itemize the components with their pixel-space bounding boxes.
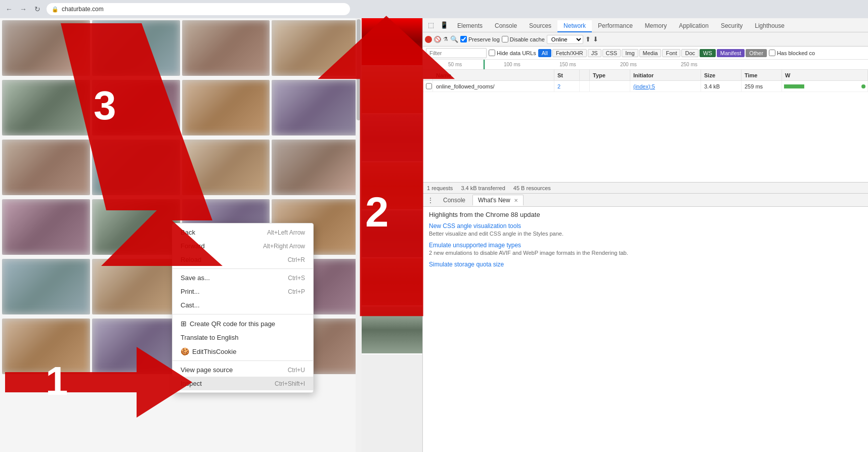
- bottom-panel-menu[interactable]: ⋮: [425, 196, 436, 204]
- grid-item[interactable]: [2, 140, 90, 195]
- context-menu-back[interactable]: Back Alt+Left Arrow: [172, 225, 313, 239]
- context-menu-cookie[interactable]: 🍪 EditThisCookie: [172, 344, 313, 358]
- filter-tag-fetchxhr[interactable]: Fetch/XHR: [552, 49, 587, 57]
- context-menu-inspect[interactable]: Inspect Ctrl+Shift+I: [172, 377, 313, 390]
- filter-tag-doc[interactable]: Doc: [681, 49, 699, 57]
- grid-item[interactable]: [2, 319, 90, 374]
- tab-console[interactable]: Console: [489, 20, 523, 32]
- has-blocked-checkbox[interactable]: [769, 50, 775, 56]
- grid-item[interactable]: [182, 20, 270, 76]
- filter-tag-img[interactable]: Img: [622, 49, 638, 57]
- filter-tag-js[interactable]: JS: [588, 49, 601, 57]
- th-initiator[interactable]: Initiator: [630, 70, 701, 80]
- preserve-log-checkbox[interactable]: [460, 36, 467, 42]
- whats-new-close[interactable]: ✕: [514, 198, 518, 203]
- side-thumb[interactable]: [362, 66, 422, 114]
- forward-button[interactable]: →: [18, 4, 28, 14]
- grid-item[interactable]: [182, 80, 270, 135]
- grid-item[interactable]: [272, 20, 360, 76]
- tab-memory[interactable]: Memory: [639, 20, 673, 32]
- hide-data-urls-checkbox[interactable]: [489, 50, 495, 56]
- filter-tag-manifest[interactable]: Manifest: [717, 49, 745, 57]
- grid-item[interactable]: [2, 20, 90, 76]
- filter-tag-css[interactable]: CSS: [602, 49, 621, 57]
- cookie-icon: 🍪: [181, 347, 189, 355]
- side-thumb[interactable]: [362, 162, 422, 210]
- filter-tag-media[interactable]: Media: [639, 49, 662, 57]
- th-status[interactable]: St: [554, 70, 580, 80]
- clear-button[interactable]: 🚫: [434, 36, 441, 43]
- waterfall-dot: [861, 84, 865, 88]
- grid-item[interactable]: [92, 199, 180, 255]
- hide-data-urls-label: Hide data URLs: [489, 50, 536, 56]
- context-menu-translate[interactable]: Translate to English: [172, 331, 313, 344]
- tab-application[interactable]: Application: [673, 20, 715, 32]
- context-menu-qr-label: Create QR code for this page: [190, 320, 275, 328]
- filter-icon[interactable]: ⚗: [443, 36, 448, 42]
- export-button[interactable]: ⬇: [593, 35, 598, 43]
- grid-item[interactable]: [272, 80, 360, 135]
- side-thumb[interactable]: [362, 114, 422, 162]
- grid-item[interactable]: [92, 259, 180, 314]
- tab-lighthouse[interactable]: Lighthouse: [749, 20, 791, 32]
- record-button[interactable]: [425, 36, 432, 43]
- context-menu-reload[interactable]: Reload Ctrl+R: [172, 253, 313, 266]
- context-menu-print[interactable]: Print... Ctrl+P: [172, 285, 313, 298]
- whats-new-link-1[interactable]: New CSS angle visualization tools: [429, 222, 862, 230]
- th-name[interactable]: Name: [433, 70, 554, 80]
- tab-security[interactable]: Security: [715, 20, 749, 32]
- network-toolbar: 🚫 ⚗ 🔍 Preserve log Disable cache Online …: [423, 32, 868, 47]
- tab-network[interactable]: Network: [557, 20, 592, 32]
- context-menu-print-label: Print...: [181, 288, 200, 295]
- row-checkbox[interactable]: [426, 83, 432, 89]
- th-size[interactable]: Size: [701, 70, 742, 80]
- network-row[interactable]: online_followed_rooms/ 2 (index):5 3.4 k…: [423, 81, 868, 92]
- th-time[interactable]: Time: [742, 70, 782, 80]
- context-menu-cast[interactable]: Cast...: [172, 298, 313, 312]
- has-blocked-label: Has blocked co: [769, 50, 815, 56]
- tab-console-bottom[interactable]: Console: [438, 195, 470, 205]
- tab-performance[interactable]: Performance: [592, 20, 639, 32]
- th-type[interactable]: Type: [590, 70, 630, 80]
- grid-item[interactable]: [182, 140, 270, 195]
- scrollbar[interactable]: [356, 18, 362, 452]
- grid-item[interactable]: [92, 80, 180, 135]
- whats-new-link-2[interactable]: Emulate unsupported image types: [429, 242, 862, 249]
- tab-elements[interactable]: Elements: [451, 20, 489, 32]
- context-menu-source[interactable]: View page source Ctrl+U: [172, 363, 313, 377]
- whats-new-content: Highlights from the Chrome 88 update New…: [423, 207, 868, 294]
- filter-tag-ws[interactable]: WS: [700, 49, 716, 57]
- grid-item[interactable]: [272, 140, 360, 195]
- tab-whats-new[interactable]: What's New ✕: [472, 195, 524, 206]
- import-button[interactable]: ⬆: [585, 35, 591, 43]
- element-picker-button[interactable]: ⬚: [425, 19, 437, 31]
- filter-tag-all[interactable]: All: [538, 49, 551, 57]
- device-toolbar-button[interactable]: 📱: [438, 19, 450, 31]
- grid-item[interactable]: [2, 80, 90, 135]
- context-menu-forward[interactable]: Forward Alt+Right Arrow: [172, 239, 313, 253]
- filter-input[interactable]: [426, 48, 487, 58]
- row-initiator[interactable]: (index):5: [630, 81, 701, 92]
- side-thumb[interactable]: [362, 210, 422, 258]
- th-waterfall[interactable]: W: [782, 70, 868, 80]
- disable-cache-checkbox[interactable]: [502, 36, 508, 42]
- address-bar[interactable]: 🔒 chaturbate.com: [47, 3, 350, 15]
- whats-new-link-3[interactable]: Simulate storage quota size: [429, 261, 862, 268]
- side-thumb[interactable]: [362, 18, 422, 66]
- search-button[interactable]: 🔍: [450, 35, 458, 43]
- filter-tag-font[interactable]: Font: [662, 49, 680, 57]
- grid-item[interactable]: [92, 319, 180, 374]
- filter-tag-other[interactable]: Other: [746, 49, 767, 57]
- context-menu-qr[interactable]: ⊞ Create QR code for this page: [172, 317, 313, 331]
- refresh-button[interactable]: ↻: [32, 4, 42, 14]
- side-thumb[interactable]: [362, 258, 422, 306]
- tab-sources[interactable]: Sources: [523, 20, 557, 32]
- grid-item[interactable]: [2, 199, 90, 255]
- grid-item[interactable]: [2, 259, 90, 314]
- side-thumb[interactable]: [362, 306, 422, 354]
- grid-item[interactable]: [92, 20, 180, 76]
- throttle-select[interactable]: Online Fast 3G Slow 3G: [547, 35, 583, 44]
- context-menu-save[interactable]: Save as... Ctrl+S: [172, 271, 313, 285]
- back-button[interactable]: ←: [4, 4, 14, 14]
- grid-item[interactable]: [92, 140, 180, 195]
